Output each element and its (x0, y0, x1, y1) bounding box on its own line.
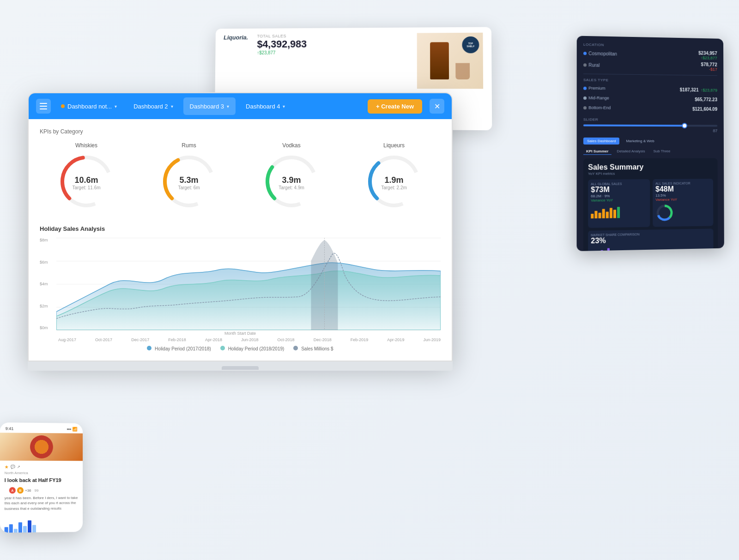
kpi-tabs: KPI Summer Detailed Analysis Sub Three (583, 148, 718, 155)
product-image-area: TOPSHELF (417, 33, 483, 89)
sales-block: TOTAL SALES $4,392,983 ↑$23,877 (248, 33, 417, 55)
rums-label: Rums (182, 142, 196, 149)
liqueurs-gauge: 1.9m Target: 2.2m (364, 151, 424, 211)
kpi-tab-summary[interactable]: KPI Summer (583, 148, 611, 155)
kpi-gauges-row: Whiskies 10.6m Target: 11.6m Ru (40, 142, 441, 211)
mobile-card: 9:41 ▪▪▪ 📶 ★ 💬 ↗ North America I look ba… (0, 422, 83, 533)
tab-4-chevron: ▾ (283, 104, 285, 109)
tab-3-label: Dashboard 3 (190, 103, 224, 110)
legend-item-1: Holiday Period (2017/2018) (147, 346, 211, 351)
tab-sales-dashboard[interactable]: Sales Dashboard (583, 138, 619, 145)
liqueurs-target: Target: 2.2m (381, 185, 407, 190)
nav-tab-4[interactable]: Dashboard 4 ▾ (239, 97, 291, 115)
whiskies-value: 10.6m (72, 175, 100, 185)
mobile-post-content: ★ 💬 ↗ North America I look back at Half … (0, 461, 83, 515)
kpi-tab-sub[interactable]: Sub Three (651, 148, 673, 155)
bookmark-icon[interactable]: ★ (5, 464, 9, 470)
bottomend-dot (583, 106, 587, 109)
share-icon-area: ↗ (17, 465, 20, 469)
location-1-value: $234,957 (698, 50, 717, 56)
tab-1-chevron: ▾ (115, 104, 117, 109)
total-sales-value: $4,392,983 (257, 38, 407, 50)
kpi-rums: Rums 5.3m Target: 6m (159, 142, 219, 211)
location-1-change: ↑$23,877 (698, 55, 717, 60)
vodkas-value: 3.9m (279, 175, 304, 185)
location-row-1: Cosmopolitan $234,957 ↑$23,877 (583, 48, 717, 60)
slider-section: SLIDER 87 (583, 117, 717, 133)
nav-tab-3[interactable]: Dashboard 3 ▾ (183, 97, 236, 115)
right-dark-dashboard: LOCATION Cosmopolitan $234,957 ↑$23,877 … (577, 36, 724, 251)
location-dot-gray (583, 63, 587, 66)
legend-dot-3 (293, 346, 298, 350)
create-new-button[interactable]: + Create New (368, 99, 422, 114)
legend-label-1: Holiday Period (2017/2018) (155, 346, 211, 351)
sales-summary-card: Sales Summary YoY KPI metrics ALL GLOBAL… (583, 158, 718, 251)
chart-area: $8m $6m $4m $2m $0m (40, 238, 441, 330)
kpi-whiskies: Whiskies 10.6m Target: 11.6m (56, 142, 116, 211)
nav-tab-2[interactable]: Dashboard 2 ▾ (127, 97, 179, 115)
sales-type-bottomend: Bottom-End $121,604.09 (583, 103, 717, 113)
liqueurs-value: 1.9m (381, 175, 407, 185)
dashboard-content: KPIs by Category Whiskies 10.6m Target: … (29, 119, 452, 361)
sales-summary-title: Sales Summary (588, 163, 713, 172)
liquor-logo: Liquoria. (224, 34, 248, 41)
post-meta: North America (5, 471, 79, 475)
laptop-screen: Dashboard not... ▾ Dashboard 2 ▾ Dashboa… (28, 92, 453, 361)
location-row-2: Rural $78,772 -$17 (583, 60, 717, 72)
midrange-dot (583, 96, 587, 99)
slider-track[interactable] (583, 125, 717, 127)
sales-change: ↑$23,877 (257, 50, 407, 55)
tab-3-chevron: ▾ (227, 104, 229, 109)
avatar-row: A B +36 99 (5, 485, 79, 495)
avatar-1: A (9, 488, 16, 494)
tab-marketing-web[interactable]: Marketing & Web (622, 138, 658, 145)
sales-summary-subtitle: YoY KPI metrics (588, 171, 713, 176)
kpi-global-sales: ALL GLOBAL SALES $73M 68.2M · 9% Varianc… (588, 179, 650, 228)
post-text: year it has been. Before I ders, I want … (5, 495, 79, 511)
vodkas-gauge: 3.9m Target: 4.9m (261, 151, 321, 211)
location-label: LOCATION (583, 42, 717, 49)
slider-thumb[interactable] (682, 123, 687, 128)
sales-type-premium: Premium $187,321 ↑$23,879 (583, 84, 717, 94)
x-axis-labels: Aug-2017 Oct-2017 Dec-2017 Feb-2018 Apr-… (40, 337, 441, 342)
kpi-grid: ALL GLOBAL SALES $73M 68.2M · 9% Varianc… (588, 179, 713, 228)
laptop-notch (222, 366, 259, 370)
slider-label: SLIDER (583, 117, 717, 122)
post-heading: I look back at Half FY19 (5, 477, 79, 483)
x-axis-title: Month Start Date (40, 331, 441, 336)
whiskey-glass-icon (455, 63, 470, 79)
chart-legend: Holiday Period (2017/2018) Holiday Perio… (40, 346, 441, 351)
whiskies-target: Target: 11.6m (72, 185, 100, 190)
tab-2-label: Dashboard 2 (133, 103, 168, 110)
premium-dot (583, 86, 587, 90)
liqueurs-label: Liqueurs (383, 142, 405, 149)
nav-tab-1[interactable]: Dashboard not... ▾ (55, 97, 123, 115)
main-nav: Dashboard not... ▾ Dashboard 2 ▾ Dashboa… (29, 93, 452, 119)
rums-target: Target: 6m (178, 185, 200, 190)
hamburger-menu[interactable] (36, 99, 51, 114)
whiskies-gauge: 10.6m Target: 11.6m (56, 151, 116, 211)
whiskey-bottle-icon (430, 42, 449, 79)
chart-section: Holiday Sales Analysis $8m $6m $4m $2m $… (40, 225, 441, 351)
location-2-name: Rural (583, 62, 600, 68)
sales-type-label: SALES TYPE (583, 78, 717, 84)
mini-bar-chart (0, 518, 83, 533)
tab-1-label: Dashboard not... (67, 103, 112, 110)
slider-fill (583, 125, 684, 127)
slider-value: 87 (583, 128, 717, 133)
area-chart-svg (56, 238, 441, 330)
post-image (0, 433, 83, 461)
kpi-liqueurs: Liqueurs 1.9m Target: 2.2m (364, 142, 424, 211)
close-button[interactable]: ✕ (430, 99, 444, 114)
kpi-vodkas: Vodkas 3.9m Target: 4.9m (261, 142, 321, 211)
kpi-market-share: MARKET SHARE COMPARISON 23% (588, 229, 714, 251)
legend-label-3: Sales Millions $ (301, 346, 333, 351)
legend-item-2: Holiday Period (2018/2019) (220, 346, 285, 351)
comment-icon-area: 💬 (11, 465, 15, 469)
kpi-section-title: KPIs by Category (40, 128, 441, 135)
sales-type-midrange: Mid-Range $65,772.23 (583, 94, 717, 103)
chart-title: Holiday Sales Analysis (40, 225, 441, 232)
kpi-tab-detailed[interactable]: Detailed Analysis (614, 148, 648, 155)
tab-dot-1 (61, 104, 65, 108)
kpi-sales-indicator: ALL SALES INDICATOR $48M 13.5% Variance … (653, 179, 713, 227)
